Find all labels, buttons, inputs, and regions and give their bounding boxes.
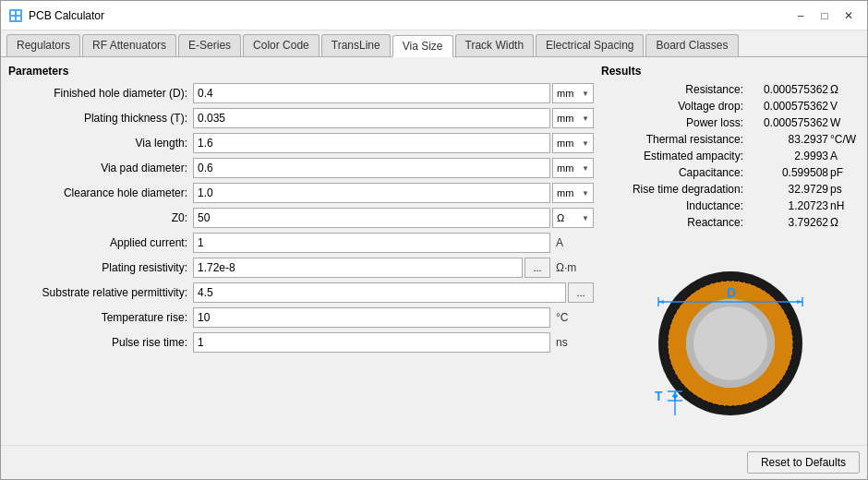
result-value-capacitance: 0.599508: [747, 166, 830, 179]
tab-via-size[interactable]: Via Size: [392, 35, 453, 57]
result-unit-voltage-drop: V: [830, 100, 860, 113]
title-bar: PCB Calculator – □ ✕: [1, 1, 867, 30]
param-unit-via-pad-diameter[interactable]: mm ▼: [552, 158, 594, 178]
param-input-pulse-rise[interactable]: [193, 332, 550, 353]
result-label-thermal: Thermal resistance:: [601, 133, 747, 146]
param-unit-z0[interactable]: Ω ▼: [552, 208, 594, 228]
d-arrow-left: [658, 300, 664, 304]
plating-resistivity-btn[interactable]: ...: [524, 258, 550, 278]
result-label-capacitance: Capacitance:: [601, 166, 747, 179]
result-row-power-loss: Power loss: 0.000575362 W: [601, 116, 860, 129]
param-input-wrap-permittivity: ...: [193, 282, 594, 303]
left-panel: Parameters Finished hole diameter (D): m…: [8, 65, 594, 438]
param-unit-plating-thickness[interactable]: mm ▼: [552, 108, 594, 128]
tab-transline[interactable]: TransLine: [321, 34, 391, 56]
result-unit-rise-time: ps: [830, 183, 860, 196]
result-value-ampacity: 2.9993: [747, 150, 830, 162]
tab-electrical-spacing[interactable]: Electrical Spacing: [536, 34, 644, 56]
tab-rf-attenuators[interactable]: RF Attenuators: [82, 34, 176, 56]
tab-bar: Regulators RF Attenuators E-Series Color…: [1, 30, 867, 57]
param-input-wrap-applied-current: A: [193, 233, 594, 253]
param-row-permittivity: Substrate relative permittivity: ...: [8, 282, 594, 303]
result-value-thermal: 83.2937: [747, 133, 830, 146]
param-label-hole-diameter: Finished hole diameter (D):: [8, 87, 193, 100]
param-unit-hole-diameter[interactable]: mm ▼: [552, 83, 594, 103]
params-section-label: Parameters: [8, 65, 594, 78]
result-unit-thermal: °C/W: [830, 133, 860, 146]
param-input-z0[interactable]: [193, 208, 550, 228]
dropdown-arrow-hole-diameter: ▼: [582, 90, 589, 98]
result-value-inductance: 1.20723: [747, 199, 830, 212]
main-content: Parameters Finished hole diameter (D): m…: [1, 57, 867, 445]
param-unit-via-length[interactable]: mm ▼: [552, 133, 594, 153]
param-input-wrap-z0: Ω ▼: [193, 208, 594, 228]
svg-rect-3: [11, 17, 15, 20]
window-controls: – □ ✕: [790, 6, 860, 26]
param-row-z0: Z0: Ω ▼: [8, 208, 594, 228]
results-section-label: Results: [601, 65, 860, 78]
result-unit-reactance: Ω: [830, 216, 860, 229]
reset-to-defaults-button[interactable]: Reset to Defaults: [747, 451, 860, 474]
main-window: PCB Calculator – □ ✕ Regulators RF Atten…: [0, 0, 868, 480]
minimize-button[interactable]: –: [790, 6, 812, 26]
title-bar-left: PCB Calculator: [8, 8, 104, 23]
param-row-pulse-rise: Pulse rise time: ns: [8, 332, 594, 353]
param-row-temp-rise: Temperature rise: °C: [8, 307, 594, 328]
result-unit-capacitance: pF: [830, 166, 860, 179]
tab-e-series[interactable]: E-Series: [178, 34, 241, 56]
dropdown-arrow-via-length: ▼: [582, 139, 589, 148]
param-input-wrap-hole-diameter: mm ▼: [193, 83, 594, 103]
bottom-bar: Reset to Defaults: [1, 445, 867, 479]
param-row-plating-resistivity: Plating resistivity: ... Ω·m: [8, 258, 594, 278]
unit-static-plating-resistivity: Ω·m: [552, 261, 594, 274]
svg-rect-4: [17, 17, 20, 20]
param-input-wrap-pulse-rise: ns: [193, 332, 594, 353]
unit-text-via-pad-diameter: mm: [557, 162, 573, 174]
unit-text-hole-diameter: mm: [557, 88, 573, 99]
result-label-reactance: Reactance:: [601, 216, 747, 229]
tab-track-width[interactable]: Track Width: [455, 34, 535, 56]
maximize-button[interactable]: □: [814, 6, 836, 26]
center-hole: [693, 306, 767, 380]
result-label-power-loss: Power loss:: [601, 116, 747, 129]
result-unit-inductance: nH: [830, 199, 860, 212]
param-label-applied-current: Applied current:: [8, 236, 193, 249]
param-input-wrap-plating-resistivity: ... Ω·m: [193, 258, 594, 278]
result-row-resistance: Resistance: 0.000575362 Ω: [601, 83, 860, 96]
result-unit-ampacity: A: [830, 150, 860, 162]
results-box: Results Resistance: 0.000575362 Ω Voltag…: [601, 65, 860, 233]
param-input-permittivity[interactable]: [193, 282, 566, 303]
result-label-resistance: Resistance:: [601, 83, 747, 96]
permittivity-btn[interactable]: ...: [568, 282, 594, 303]
param-label-via-pad-diameter: Via pad diameter:: [8, 162, 193, 174]
param-input-plating-resistivity[interactable]: [193, 258, 523, 278]
close-button[interactable]: ✕: [838, 6, 860, 26]
param-label-permittivity: Substrate relative permittivity:: [8, 286, 193, 299]
unit-text-via-length: mm: [557, 138, 573, 149]
via-diagram-svg: D T: [638, 251, 823, 426]
param-input-via-length[interactable]: [193, 133, 550, 153]
param-input-via-pad-diameter[interactable]: [193, 158, 550, 178]
param-input-applied-current[interactable]: [193, 233, 550, 253]
unit-text-z0: Ω: [557, 212, 564, 223]
param-row-via-pad-diameter: Via pad diameter: mm ▼: [8, 158, 594, 178]
result-value-reactance: 3.79262: [747, 216, 830, 229]
result-label-voltage-drop: Voltage drop:: [601, 100, 747, 113]
unit-static-applied-current: A: [552, 236, 594, 249]
result-value-resistance: 0.000575362: [747, 83, 830, 96]
param-input-hole-diameter[interactable]: [193, 83, 550, 103]
param-input-plating-thickness[interactable]: [193, 108, 550, 128]
param-row-plating-thickness: Plating thickness (T): mm ▼: [8, 108, 594, 128]
param-input-temp-rise[interactable]: [193, 307, 550, 328]
param-label-via-length: Via length:: [8, 137, 193, 150]
tab-regulators[interactable]: Regulators: [6, 34, 80, 56]
tab-board-classes[interactable]: Board Classes: [645, 34, 738, 56]
param-label-clearance-hole: Clearance hole diameter:: [8, 186, 193, 199]
param-input-wrap-temp-rise: °C: [193, 307, 594, 328]
param-input-clearance-hole[interactable]: [193, 183, 550, 203]
tab-color-code[interactable]: Color Code: [243, 34, 319, 56]
result-value-voltage-drop: 0.000575362: [747, 100, 830, 113]
via-diagram: D T: [601, 240, 860, 438]
param-unit-clearance-hole[interactable]: mm ▼: [552, 183, 594, 203]
d-arrow-right: [797, 300, 802, 304]
